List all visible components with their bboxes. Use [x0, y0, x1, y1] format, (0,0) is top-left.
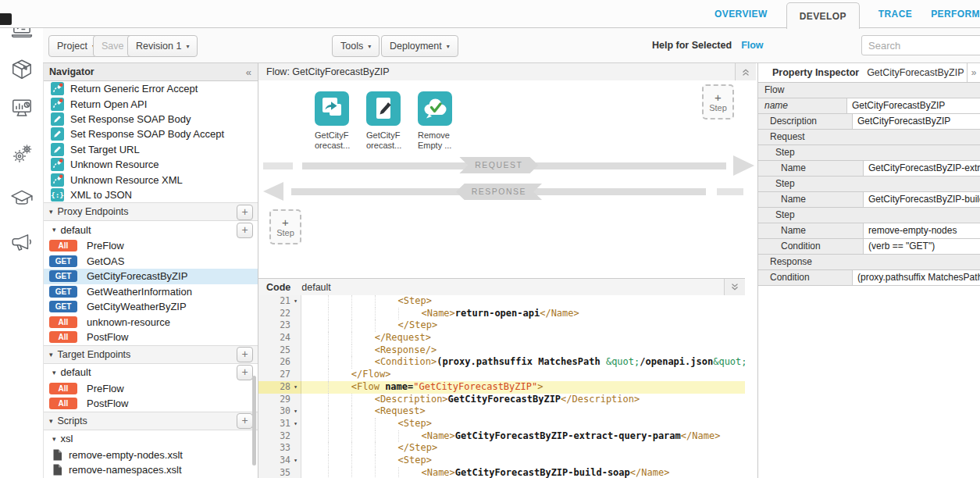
property-value[interactable]: GetCityForecastByZIP-extract-query-param — [864, 161, 980, 176]
fold-toggle-icon[interactable]: ▾ — [290, 405, 301, 418]
fold-toggle-icon[interactable]: ▾ — [290, 418, 301, 430]
code-line[interactable]: 21▾<Step> — [258, 295, 745, 308]
code-gutter[interactable]: 27 — [258, 369, 301, 381]
code-line[interactable]: 28▾<Flow name="GetCityForecastByZIP"> — [258, 381, 745, 394]
code-gutter[interactable]: 23 — [258, 319, 301, 332]
code-line-content[interactable]: </Step> — [301, 442, 745, 455]
script-file-item[interactable]: remove-namespaces.xslt — [43, 462, 258, 477]
code-line[interactable]: 22<Name>return-open-api</Name> — [258, 308, 745, 320]
tab-performance[interactable]: PERFORMANCE — [931, 9, 980, 20]
navigator-scrollbar[interactable] — [252, 376, 256, 466]
group-row-xsl[interactable]: ▾xsl — [43, 430, 258, 448]
group-row-default[interactable]: ▾default+ — [43, 221, 258, 238]
add-step-button[interactable]: + Step — [702, 84, 734, 120]
tools-menu-button[interactable]: Tools ▾ — [332, 35, 380, 57]
code-gutter[interactable]: 35 — [258, 467, 301, 478]
revision-menu-button[interactable]: Revision 1 ▾ — [127, 35, 198, 57]
expand-code-icon[interactable] — [724, 279, 745, 295]
add-button[interactable]: + — [237, 205, 253, 220]
code-line-content[interactable]: <Step> — [301, 455, 745, 467]
collapse-inspector-icon[interactable]: » — [967, 63, 980, 82]
save-button[interactable]: Save — [93, 35, 133, 57]
code-line[interactable]: 25<Response/> — [258, 344, 745, 357]
add-button[interactable]: + — [237, 347, 253, 362]
assign-message-step-icon[interactable] — [366, 91, 401, 126]
code-line-content[interactable]: <Name>GetCityForecastByZIP-extract-query… — [301, 430, 745, 443]
package-icon[interactable] — [10, 58, 34, 81]
code-line-content[interactable]: </Flow> — [301, 369, 745, 381]
analytics-monitor-icon[interactable] — [10, 97, 34, 120]
graduation-cap-icon[interactable] — [10, 186, 34, 209]
code-gutter[interactable]: 26 — [258, 356, 301, 369]
tab-develop[interactable]: DEVELOP — [786, 2, 860, 29]
collapse-flow-icon[interactable] — [735, 63, 756, 80]
endpoint-item[interactable]: Allunknown-resource — [43, 315, 258, 330]
endpoint-item[interactable]: AllPreFlow — [43, 381, 258, 397]
code-line-content[interactable]: <Step> — [301, 295, 745, 308]
code-gutter[interactable]: 24 — [258, 332, 301, 344]
code-gutter[interactable]: 34▾ — [258, 455, 301, 467]
fold-toggle-icon[interactable]: ▾ — [290, 295, 301, 308]
cloud-check-icon[interactable] — [418, 91, 452, 126]
property-value[interactable]: GetCityForecastByZIP — [853, 114, 980, 129]
gears-icon[interactable] — [10, 142, 34, 166]
code-line-content[interactable]: <Step> — [301, 418, 745, 430]
property-value[interactable]: remove-empty-nodes — [864, 223, 980, 238]
code-gutter[interactable]: 21▾ — [258, 295, 301, 308]
fold-toggle-icon[interactable]: ▾ — [290, 381, 301, 394]
code-line-content[interactable]: </Request> — [301, 332, 745, 344]
code-line-content[interactable]: <Description>GetCityForecastByZIP</Descr… — [301, 394, 745, 406]
code-line[interactable]: 26<Condition>(proxy.pathsuffix MatchesPa… — [258, 356, 745, 369]
property-value[interactable]: (proxy.pathsuffix MatchesPath "/c — [853, 270, 980, 285]
code-line[interactable]: 23</Step> — [258, 319, 745, 332]
endpoint-item[interactable]: AllPreFlow — [43, 238, 258, 254]
endpoint-item[interactable]: AllPostFlow — [43, 330, 258, 345]
endpoint-item[interactable]: GETGetWeatherInformation — [43, 284, 258, 300]
script-file-item[interactable]: remove-empty-nodes.xslt — [43, 448, 258, 462]
endpoint-item[interactable]: GETGetOAS — [43, 254, 258, 269]
code-line-content[interactable]: <Flow name="GetCityForecastByZIP"> — [301, 381, 745, 394]
code-gutter[interactable]: 31▾ — [258, 418, 301, 430]
code-gutter[interactable]: 28▾ — [258, 381, 301, 394]
collapse-panel-icon[interactable]: « — [246, 66, 251, 78]
endpoint-item[interactable]: GETGetCityForecastByZIP — [43, 269, 258, 284]
code-line-content[interactable]: <Request> — [301, 405, 745, 418]
property-value[interactable]: GetCityForecastByZIP — [847, 98, 980, 113]
code-line[interactable]: 31▾<Step> — [258, 418, 745, 430]
xml-code-editor[interactable]: 21▾<Step>22<Name>return-open-api</Name>2… — [258, 295, 745, 478]
megaphone-icon[interactable] — [10, 231, 34, 255]
code-line[interactable]: 32<Name>GetCityForecastByZIP-extract-que… — [258, 430, 745, 443]
section-header-target-endpoints[interactable]: ▾Target Endpoints+ — [43, 345, 258, 364]
search-input[interactable] — [861, 35, 980, 55]
policy-item[interactable]: Return Open API — [43, 96, 258, 111]
tab-overview[interactable]: OVERVIEW — [715, 9, 768, 20]
extract-variables-icon[interactable] — [315, 91, 349, 126]
add-button[interactable]: + — [237, 365, 253, 380]
policy-item[interactable]: Set Response SOAP Body — [43, 112, 258, 127]
code-gutter[interactable]: 30▾ — [258, 405, 301, 418]
code-tab-label[interactable]: Code — [266, 282, 290, 293]
policy-item[interactable]: Return Generic Error Accept — [43, 81, 258, 96]
section-header-scripts[interactable]: ▾Scripts+ — [43, 412, 258, 430]
policy-item[interactable]: Set Response SOAP Body Accept — [43, 127, 258, 141]
policy-item[interactable]: {:}XML to JSON — [43, 187, 258, 202]
code-line[interactable]: 34▾<Step> — [258, 455, 745, 467]
endpoint-item[interactable]: AllPostFlow — [43, 396, 258, 412]
add-step-button[interactable]: + Step — [269, 209, 301, 244]
code-line[interactable]: 24</Request> — [258, 332, 745, 344]
code-gutter[interactable]: 22 — [258, 308, 301, 320]
code-line-content[interactable]: <Name>return-open-api</Name> — [301, 308, 745, 320]
property-value[interactable]: (verb == "GET") — [864, 239, 980, 254]
code-gutter[interactable]: 32 — [258, 430, 301, 443]
tab-trace[interactable]: TRACE — [878, 9, 912, 20]
code-line-content[interactable]: <Condition>(proxy.pathsuffix MatchesPath… — [301, 356, 745, 369]
code-line[interactable]: 35<Name>GetCityForecastByZIP-build-soap<… — [258, 467, 745, 478]
add-button[interactable]: + — [237, 223, 253, 238]
policy-item[interactable]: Set Target URL — [43, 142, 258, 157]
deployment-menu-button[interactable]: Deployment ▾ — [381, 35, 458, 57]
endpoint-item[interactable]: GETGetCityWeatherByZIP — [43, 299, 258, 315]
code-line-content[interactable]: <Response/> — [301, 344, 745, 357]
code-line[interactable]: 27</Flow> — [258, 369, 745, 381]
help-flow-link[interactable]: Flow — [741, 40, 763, 51]
add-button[interactable]: + — [237, 413, 253, 429]
